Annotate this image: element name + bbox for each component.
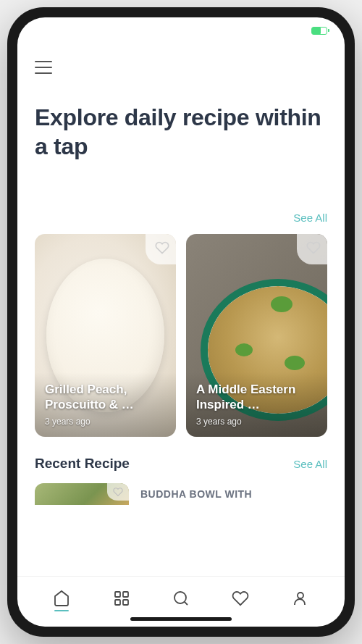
recent-item[interactable]: BUDDHA BOWL WITH	[35, 483, 327, 505]
status-bar	[17, 17, 345, 43]
nav-favorites[interactable]	[226, 584, 255, 613]
nav-search[interactable]	[167, 584, 195, 613]
phone-screen: Explore daily recipe within a tap See Al…	[17, 17, 345, 627]
heart-icon	[306, 241, 321, 255]
svg-line-5	[185, 602, 188, 605]
hero-title: Explore daily recipe within a tap	[35, 103, 327, 161]
home-icon	[53, 590, 70, 607]
card-overlay: Grilled Peach, Proscuitto & … 3 years ag…	[35, 372, 176, 437]
recent-header: Recent Recipe See All	[35, 456, 327, 472]
recipe-title: Grilled Peach, Proscuitto & …	[45, 382, 166, 412]
favorite-button[interactable]	[297, 234, 327, 264]
heart-icon	[113, 487, 123, 497]
recent-item-title: BUDDHA BOWL WITH	[140, 488, 252, 500]
nav-profile[interactable]	[286, 584, 315, 613]
favorite-button[interactable]	[107, 483, 129, 501]
home-indicator[interactable]	[130, 617, 232, 621]
recent-see-all-link[interactable]: See All	[293, 458, 327, 470]
bottom-nav	[17, 576, 345, 627]
svg-rect-3	[123, 600, 128, 605]
phone-frame: Explore daily recipe within a tap See Al…	[7, 7, 355, 637]
recent-heading: Recent Recipe	[35, 456, 130, 472]
heart-icon	[232, 590, 249, 607]
featured-see-all-link[interactable]: See All	[293, 212, 327, 224]
recipe-title: A Middle Eastern Inspired …	[196, 382, 317, 412]
card-overlay: A Middle Eastern Inspired … 3 years ago	[186, 372, 327, 437]
nav-home[interactable]	[47, 584, 76, 613]
battery-fill	[312, 28, 321, 34]
svg-point-4	[174, 592, 186, 603]
recipe-date: 3 years ago	[45, 417, 166, 427]
featured-header: See All	[35, 212, 327, 224]
grid-icon	[113, 590, 130, 607]
svg-point-6	[298, 593, 303, 598]
recipe-card[interactable]: Grilled Peach, Proscuitto & … 3 years ag…	[35, 234, 176, 437]
svg-rect-2	[115, 600, 120, 605]
svg-rect-0	[115, 592, 120, 597]
main-content: Explore daily recipe within a tap See Al…	[17, 43, 345, 576]
battery-icon	[311, 27, 327, 35]
search-icon	[172, 590, 190, 607]
hamburger-menu-icon[interactable]	[35, 61, 52, 74]
featured-cards-row[interactable]: Grilled Peach, Proscuitto & … 3 years ag…	[35, 234, 327, 437]
recipe-date: 3 years ago	[196, 417, 317, 427]
nav-categories[interactable]	[107, 584, 136, 613]
recipe-card[interactable]: A Middle Eastern Inspired … 3 years ago	[186, 234, 327, 437]
svg-rect-1	[123, 592, 128, 597]
user-icon	[292, 590, 309, 607]
heart-icon	[155, 241, 169, 255]
recent-thumbnail	[35, 483, 129, 505]
favorite-button[interactable]	[146, 234, 176, 264]
